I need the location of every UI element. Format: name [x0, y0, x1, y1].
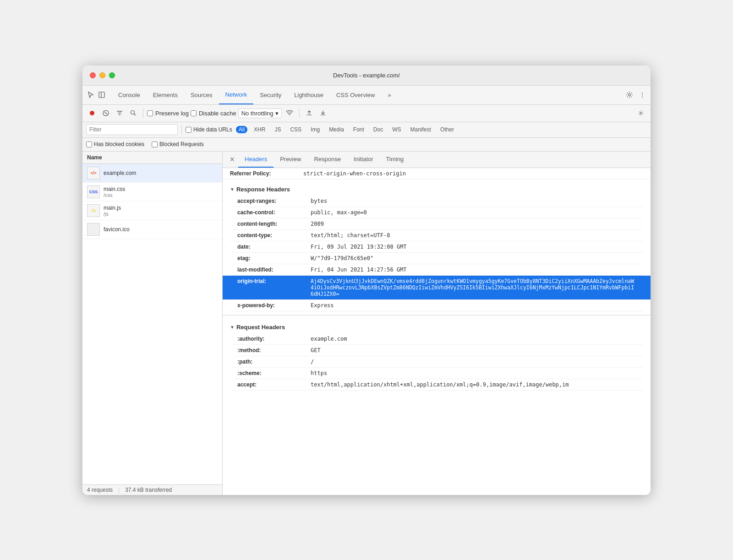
more-options-icon[interactable]: ⋮ [638, 90, 647, 99]
request-name-main-css: main.css [104, 186, 218, 192]
maximize-button[interactable] [109, 72, 115, 78]
svg-point-3 [90, 111, 94, 115]
panel-tab-timing[interactable]: Timing [380, 152, 410, 168]
request-name-favicon: favicon.ico [104, 226, 218, 233]
filter-manifest-btn[interactable]: Manifest [408, 126, 434, 133]
requests-count: 4 requests [87, 487, 113, 493]
filterbar: Hide data URLs All XHR JS CSS Img Media … [82, 122, 651, 138]
filter-input[interactable] [89, 126, 175, 133]
request-headers-rows: :authority:example.com:method:GET:path:/… [230, 333, 643, 391]
preserve-log-checkbox[interactable]: Preserve log [147, 110, 189, 117]
request-item-example-com[interactable]: </> example.com [82, 164, 222, 183]
filter-ws-btn[interactable]: WS [389, 126, 404, 133]
toolbar-right [635, 107, 647, 119]
request-icon-js: JS [87, 204, 100, 217]
column-header-name: Name [82, 152, 222, 164]
settings-icon[interactable] [625, 90, 634, 99]
panel-tab-initiator[interactable]: Initiator [347, 152, 380, 168]
request-item-main-js[interactable]: JS main.js /js [82, 201, 222, 220]
throttle-select[interactable]: No throttling ▾ [238, 109, 282, 118]
upload-icon-button[interactable] [303, 107, 315, 119]
panel-tab-preview[interactable]: Preview [274, 152, 307, 168]
tab-elements[interactable]: Elements [147, 86, 184, 104]
throttle-dropdown-icon: ▾ [275, 110, 279, 117]
tab-network[interactable]: Network [219, 86, 254, 104]
panel-tabs: ✕ Headers Preview Response Initiator Tim… [223, 152, 651, 168]
dock-icon[interactable] [97, 90, 106, 99]
toolbar-divider-1 [143, 109, 143, 118]
minimize-button[interactable] [99, 72, 105, 78]
cursor-icon[interactable] [86, 90, 95, 99]
svg-point-2 [629, 94, 631, 96]
filter-img-btn[interactable]: Img [308, 126, 323, 133]
filter-doc-btn[interactable]: Doc [371, 126, 386, 133]
traffic-lights [90, 72, 115, 78]
origin-trial-value: Aj4DysCv3VjknU3jJvkDEwnQZK/vmse4rdd8jZog… [311, 278, 636, 297]
request-icon-css: CSS [87, 185, 100, 198]
filter-media-btn[interactable]: Media [326, 126, 347, 133]
referrer-policy-row: Referrer Policy: strict-origin-when-cros… [223, 168, 651, 179]
response-header-row: date:Fri, 09 Jul 2021 19:32:08 GMT [230, 241, 643, 253]
filter-xhr-btn[interactable]: XHR [251, 126, 268, 133]
referrer-policy-name: Referrer Policy: [230, 170, 303, 177]
tab-css-overview[interactable]: CSS Overview [330, 86, 382, 104]
panel-close-button[interactable]: ✕ [226, 153, 238, 165]
request-header-row: :authority:example.com [230, 333, 643, 345]
disable-cache-checkbox[interactable]: Disable cache [191, 110, 236, 117]
record-button[interactable] [86, 107, 98, 119]
clear-button[interactable] [100, 107, 112, 119]
download-icon-button[interactable] [317, 107, 329, 119]
response-header-row: cache-control:public, max-age=0 [230, 207, 643, 218]
request-headers-title: ▼ Request Headers [230, 321, 643, 333]
tabbar-right-icons: ⋮ [625, 86, 647, 104]
wifi-icon-button[interactable] [284, 107, 295, 119]
response-header-row: content-length:2009 [230, 218, 643, 230]
blocked-requests-checkbox[interactable]: Blocked Requests [152, 141, 204, 147]
referrer-policy-value: strict-origin-when-cross-origin [303, 170, 643, 177]
devtools-window: DevTools - example.com/ Console Elements [82, 65, 651, 495]
hide-data-urls-checkbox[interactable]: Hide data URLs [186, 126, 232, 133]
request-path-main-js: /js [104, 211, 218, 217]
search-button[interactable] [127, 107, 139, 119]
request-icon-html: </> [87, 167, 100, 179]
request-triangle-icon: ▼ [230, 325, 235, 330]
request-item-favicon[interactable]: favicon.ico [82, 220, 222, 239]
response-header-row: content-type:text/html; charset=UTF-8 [230, 230, 643, 241]
request-header-row: :method:GET [230, 345, 643, 356]
request-list: </> example.com CSS main.css /css [82, 164, 222, 484]
filter-all-btn[interactable]: All [236, 126, 247, 133]
request-item-main-css[interactable]: CSS main.css /css [82, 183, 222, 201]
close-button[interactable] [90, 72, 96, 78]
response-triangle-icon: ▼ [230, 187, 235, 192]
filter-divider [181, 125, 182, 134]
filter-font-btn[interactable]: Font [350, 126, 367, 133]
filter-other-btn[interactable]: Other [438, 126, 457, 133]
response-headers-rows: accept-ranges:bytescache-control:public,… [230, 196, 643, 276]
tab-more[interactable]: » [381, 86, 397, 104]
headers-content: Referrer Policy: strict-origin-when-cros… [223, 168, 651, 495]
svg-line-7 [134, 114, 136, 116]
settings-gear-icon[interactable] [635, 107, 647, 119]
tab-console[interactable]: Console [112, 86, 147, 104]
x-powered-by-value: Express [311, 302, 643, 309]
has-blocked-cookies-checkbox[interactable]: Has blocked cookies [86, 141, 144, 147]
panel-tab-response[interactable]: Response [307, 152, 347, 168]
titlebar: DevTools - example.com/ [82, 65, 651, 86]
toolbar-divider-2 [299, 109, 300, 118]
blockedbar: Has blocked cookies Blocked Requests [82, 138, 651, 152]
right-panel: ✕ Headers Preview Response Initiator Tim… [223, 152, 651, 495]
panel-tab-headers[interactable]: Headers [238, 152, 274, 168]
tab-lighthouse[interactable]: Lighthouse [288, 86, 330, 104]
svg-point-8 [640, 112, 642, 114]
filter-icon-button[interactable] [114, 107, 126, 119]
response-header-row: accept-ranges:bytes [230, 196, 643, 207]
tabbar-left-icons [86, 86, 112, 104]
tab-security[interactable]: Security [253, 86, 288, 104]
window-title: DevTools - example.com/ [333, 72, 400, 79]
filter-js-btn[interactable]: JS [272, 126, 284, 133]
filter-css-btn[interactable]: CSS [287, 126, 304, 133]
request-name-example-com: example.com [104, 170, 218, 176]
request-headers-section: ▼ Request Headers :authority:example.com… [223, 317, 651, 392]
tab-sources[interactable]: Sources [184, 86, 219, 104]
main-area: Name </> example.com CSS main.css [82, 152, 651, 495]
